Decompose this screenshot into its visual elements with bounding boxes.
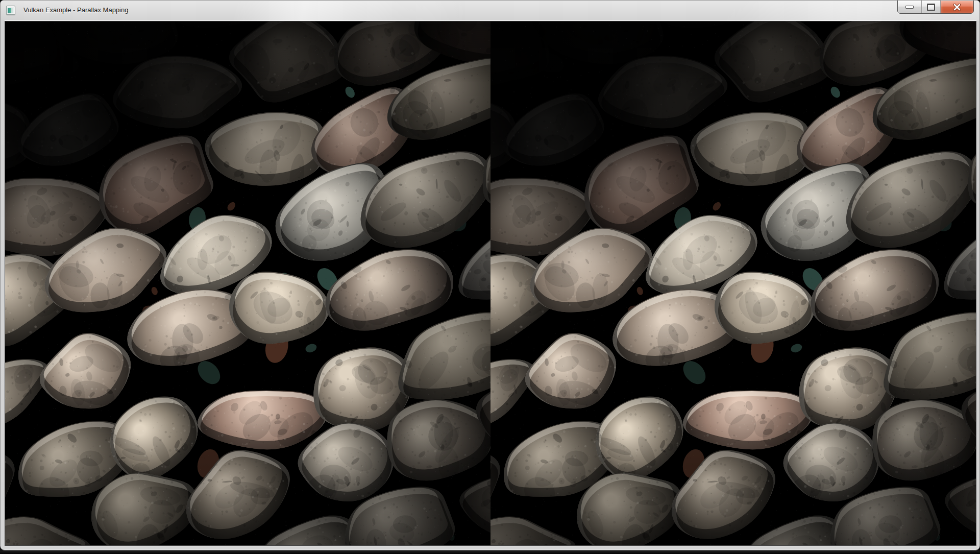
close-icon [953,4,961,11]
close-button[interactable] [941,1,973,13]
title-bar[interactable]: Vulkan Example - Parallax Mapping [1,1,979,21]
app-window-icon[interactable] [6,6,15,15]
app-icon-pane [8,8,14,13]
window-title: Vulkan Example - Parallax Mapping [23,1,128,20]
minimize-icon [905,6,914,9]
caption-button-group [897,1,974,14]
minimize-button[interactable] [898,1,922,13]
app-window: Vulkan Example - Parallax Mapping [0,0,980,550]
render-content-area [5,21,976,546]
desktop-edge [0,550,980,554]
maximize-icon [927,4,935,11]
titlebar-sheen [1,1,979,21]
maximize-button[interactable] [922,1,941,13]
render-viewport[interactable] [5,21,976,545]
